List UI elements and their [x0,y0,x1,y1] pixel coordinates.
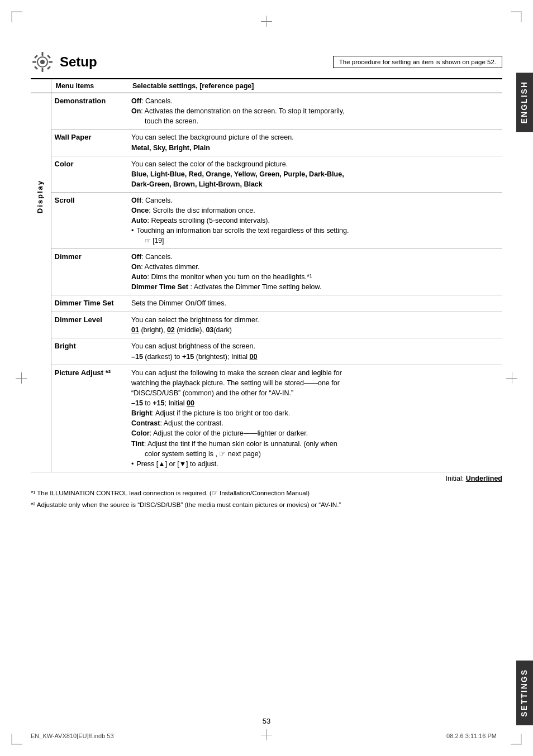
footnotes-area: *¹ The ILLUMINATION CONTROL lead connect… [31,488,502,510]
corner-mark-tr [511,11,522,22]
main-content: Setup The procedure for setting an item … [31,50,502,711]
row-settings: Off: Cancels.On: Activates the demonstra… [128,93,502,130]
crosshair-bottom [261,729,272,740]
row-item-name: Dimmer Time Set [51,295,128,312]
row-item-name: Scroll [51,193,128,249]
col-header-settings: Selectable settings, [reference page] [128,79,502,93]
page-number: 53 [263,717,270,725]
svg-rect-7 [47,55,51,59]
svg-rect-9 [47,66,51,70]
table-row: Display DemonstrationOff: Cancels.On: Ac… [31,93,502,130]
english-label: ENGLISH [516,73,533,132]
header-area: Setup The procedure for setting an item … [31,50,502,74]
settings-label: SETTINGS [516,661,533,725]
row-settings: You can select the color of the backgrou… [128,156,502,192]
footnote-2: *² Adjustable only when the source is “D… [31,500,502,510]
footer-left: EN_KW-AVX810[EU]ff.indb 53 [31,733,114,739]
table-row: BrightYou can adjust brightness of the s… [31,338,502,365]
footer-right: 08.2.6 3:11:16 PM [446,733,497,739]
row-item-name: Demonstration [51,93,128,130]
svg-point-1 [40,60,45,64]
row-settings: Off: Cancels.Once: Scrolls the disc info… [128,193,502,249]
svg-rect-3 [42,68,44,72]
table-row: DimmerOff: Cancels.On: Activates dimmer.… [31,248,502,295]
row-settings: You can adjust the following to make the… [128,365,502,472]
row-item-name: Bright [51,338,128,365]
crosshair-top [261,16,272,27]
col-header-display [31,79,51,93]
row-item-name: Dimmer Level [51,312,128,338]
table-row: Picture Adjust *²You can adjust the foll… [31,365,502,472]
display-cell: Display [31,93,51,472]
gear-icon [31,50,54,74]
table-row: Dimmer Time SetSets the Dimmer On/Off ti… [31,295,502,312]
col-header-menu: Menu items [51,79,128,93]
row-settings: You can select the brightness for dimmer… [128,312,502,338]
corner-mark-br [511,734,522,745]
crosshair-left [16,372,27,384]
initial-line: Initial: Underlined [31,475,502,482]
row-settings: Off: Cancels.On: Activates dimmer.Auto: … [128,248,502,295]
svg-rect-8 [34,66,38,70]
svg-rect-4 [32,61,36,63]
svg-rect-5 [49,61,53,63]
settings-table: Menu items Selectable settings, [referen… [31,78,502,472]
crosshair-right [506,372,517,384]
row-settings: You can select the background picture of… [128,130,502,156]
corner-mark-bl [11,734,22,745]
table-row: Wall PaperYou can select the background … [31,130,502,156]
corner-mark-tl [11,11,22,22]
table-row: ScrollOff: Cancels.Once: Scrolls the dis… [31,193,502,249]
row-item-name: Wall Paper [51,130,128,156]
table-header-row: Menu items Selectable settings, [referen… [31,79,502,93]
svg-rect-2 [42,52,44,56]
row-settings: Sets the Dimmer On/Off times. [128,295,502,312]
svg-rect-6 [34,55,38,59]
procedure-box: The procedure for setting an item is sho… [333,56,502,68]
table-row: ColorYou can select the color of the bac… [31,156,502,192]
row-item-name: Color [51,156,128,192]
footnote-1: *¹ The ILLUMINATION CONTROL lead connect… [31,488,502,498]
row-item-name: Dimmer [51,248,128,295]
row-settings: You can adjust brightness of the screen.… [128,338,502,365]
row-item-name: Picture Adjust *² [51,365,128,472]
setup-title: Setup [60,54,97,70]
table-row: Dimmer LevelYou can select the brightnes… [31,312,502,338]
